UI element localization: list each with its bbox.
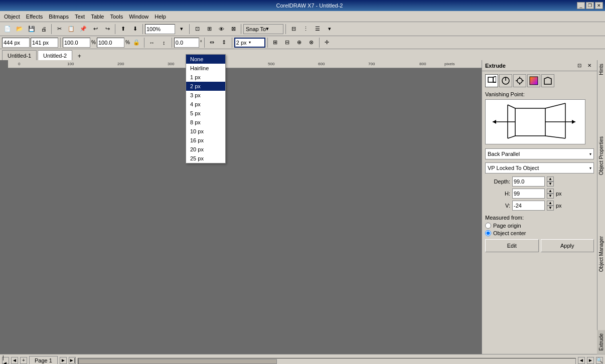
mirror-v-btn[interactable]: ⇕	[219, 37, 230, 48]
h-spinner[interactable]: ▲ ▼	[547, 189, 554, 199]
first-page-button[interactable]: |◄	[2, 357, 9, 364]
v-up[interactable]: ▲	[547, 201, 554, 206]
dropdown-item-8px[interactable]: 8 px	[186, 118, 225, 127]
menu-text[interactable]: Text	[72, 13, 88, 21]
import-button[interactable]: ⬆	[117, 24, 128, 35]
h-percent[interactable]: 100.0	[97, 38, 124, 48]
menu-window[interactable]: Window	[126, 13, 152, 21]
group-btn[interactable]: ⊞	[270, 37, 281, 48]
dropdown-item-hairline[interactable]: Hairline	[186, 64, 225, 73]
menu-object[interactable]: Object	[1, 13, 23, 21]
transform-btn1[interactable]: ↔	[146, 37, 158, 48]
dropdown-item-10px[interactable]: 10 px	[186, 127, 225, 136]
view-btn4[interactable]: ⊠	[228, 24, 239, 35]
ext-tab-shape[interactable]	[485, 74, 498, 87]
edit-button[interactable]: Edit	[485, 239, 539, 252]
menu-effects[interactable]: Effects	[23, 13, 46, 21]
add-page-button[interactable]: +	[20, 357, 27, 364]
dropdown-item-5px[interactable]: 5 px	[186, 109, 225, 118]
ext-tab-rotate[interactable]	[499, 74, 512, 87]
depth-spinner[interactable]: ▲ ▼	[547, 176, 554, 187]
prev-page-button[interactable]: ◄	[11, 357, 18, 364]
zoom-dropdown-button[interactable]: ▾	[176, 24, 187, 35]
side-tab-extrude[interactable]: Extrude	[597, 330, 605, 354]
dropdown-item-16px[interactable]: 16 px	[186, 136, 225, 145]
ungroup-btn[interactable]: ⊟	[282, 37, 293, 48]
back-parallel-dropdown[interactable]: Back Parallel ▾	[485, 148, 594, 159]
align-btn[interactable]: ✛	[322, 37, 333, 48]
v-spinner[interactable]: ▲ ▼	[547, 201, 554, 211]
lock-ratio-btn[interactable]: 🔒	[131, 37, 142, 48]
close-button[interactable]: ✕	[595, 2, 603, 9]
dropdown-item-25px[interactable]: 25 px	[186, 154, 225, 163]
panel-float-button[interactable]: ⊡	[575, 61, 584, 70]
w-percent[interactable]: 100.0	[63, 38, 90, 48]
depth-down[interactable]: ▼	[547, 181, 554, 187]
angle-input[interactable]: 0.0	[174, 38, 199, 48]
x-coord[interactable]: 444 px	[2, 38, 30, 48]
menu-tools[interactable]: Tools	[107, 13, 126, 21]
add-tab-button[interactable]: +	[75, 52, 83, 60]
minimize-button[interactable]: _	[577, 2, 585, 9]
dropdown-item-3px[interactable]: 3 px	[186, 91, 225, 100]
scroll-left-page[interactable]: ◄	[578, 357, 585, 364]
dropdown-item-4px[interactable]: 4 px	[186, 100, 225, 109]
ext-tab-color[interactable]	[527, 74, 540, 87]
tab-untitled1[interactable]: Untitled-1	[2, 50, 37, 60]
tab-untitled2[interactable]: Untitled-2	[38, 50, 72, 60]
v-down[interactable]: ▼	[547, 206, 554, 211]
h-up[interactable]: ▲	[547, 189, 554, 194]
side-tab-object-manager[interactable]: Object Manager	[597, 233, 605, 275]
open-button[interactable]: 📂	[14, 24, 25, 35]
undo-button[interactable]: ↩	[90, 24, 101, 35]
export-button[interactable]: ⬇	[129, 24, 140, 35]
zoom-page-button[interactable]: 🔍	[596, 357, 603, 364]
view-btn2[interactable]: ⊞	[204, 24, 215, 35]
next-page-button[interactable]: ►	[60, 357, 67, 364]
save-button[interactable]: 💾	[26, 24, 37, 35]
cut-button[interactable]: ✂	[54, 24, 65, 35]
snap-to-dropdown[interactable]: Snap To ▾	[243, 24, 283, 34]
view-btn1[interactable]: ⊡	[192, 24, 203, 35]
mirror-h-btn[interactable]: ⇔	[207, 37, 218, 48]
scroll-right-page[interactable]: ►	[587, 357, 594, 364]
ext-tab-bevel[interactable]	[541, 74, 554, 87]
combine-btn[interactable]: ⊕	[294, 37, 305, 48]
paste-button[interactable]: 📌	[78, 24, 89, 35]
options-btn2[interactable]: ⋮	[300, 24, 311, 35]
ext-tab-light[interactable]	[513, 74, 526, 87]
options-btn1[interactable]: ⊟	[288, 24, 299, 35]
v-input[interactable]: -24	[512, 201, 545, 211]
menu-bitmaps[interactable]: Bitmaps	[46, 13, 72, 21]
depth-input[interactable]: 99.0	[512, 176, 545, 187]
copy-button[interactable]: 📋	[66, 24, 77, 35]
dropdown-item-none[interactable]: None	[186, 55, 225, 64]
window-controls[interactable]: _ ❐ ✕	[577, 2, 603, 9]
vp-locked-dropdown[interactable]: VP Locked To Object ▾	[485, 162, 594, 173]
dropdown-item-20px[interactable]: 20 px	[186, 145, 225, 154]
last-page-button[interactable]: ►|	[69, 357, 76, 364]
panel-close-button[interactable]: ✕	[585, 61, 594, 70]
h-down[interactable]: ▼	[547, 194, 554, 199]
outline-width-select[interactable]: 2 px ▾	[234, 38, 265, 48]
redo-button[interactable]: ↪	[102, 24, 113, 35]
h-input[interactable]: 99	[512, 189, 545, 199]
side-tab-hints[interactable]: Hints	[597, 60, 605, 79]
new-button[interactable]: 📄	[2, 24, 13, 35]
view-btn3[interactable]: 👁	[216, 24, 227, 35]
side-tab-object-props[interactable]: Object Properties	[597, 133, 605, 178]
h-scroll-thumb[interactable]	[78, 359, 277, 364]
restore-button[interactable]: ❐	[586, 2, 594, 9]
options-btn3[interactable]: ☰	[312, 24, 323, 35]
y-coord[interactable]: 141 px	[31, 38, 58, 48]
object-center-radio[interactable]	[485, 230, 491, 236]
dropdown-item-2px[interactable]: 2 px	[186, 82, 225, 91]
options-btn4[interactable]: ▾	[324, 24, 335, 35]
apply-button[interactable]: Apply	[541, 239, 594, 252]
depth-up[interactable]: ▲	[547, 176, 554, 181]
transform-btn2[interactable]: ↕	[159, 37, 170, 48]
page-origin-radio[interactable]	[485, 223, 491, 229]
menu-table[interactable]: Table	[88, 13, 107, 21]
page1-tab[interactable]: Page 1	[29, 356, 58, 365]
zoom-input[interactable]: 100%	[145, 24, 175, 34]
